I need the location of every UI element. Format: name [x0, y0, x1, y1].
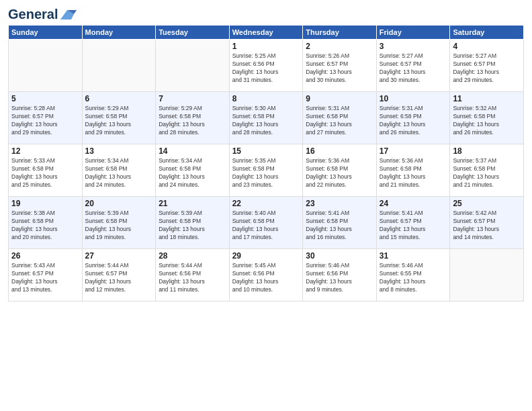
day-info: Sunrise: 5:33 AM Sunset: 6:58 PM Dayligh…: [11, 157, 79, 189]
calendar-cell: 19Sunrise: 5:38 AM Sunset: 6:58 PM Dayli…: [9, 197, 83, 249]
calendar-week-row: 26Sunrise: 5:43 AM Sunset: 6:57 PM Dayli…: [9, 249, 524, 302]
logo-icon: [58, 7, 77, 22]
page-container: General SundayMondayTuesdayWednesdayThur…: [0, 0, 532, 411]
calendar-cell: 14Sunrise: 5:34 AM Sunset: 6:58 PM Dayli…: [156, 144, 230, 197]
day-info: Sunrise: 5:46 AM Sunset: 6:55 PM Dayligh…: [380, 262, 447, 294]
calendar-cell: 28Sunrise: 5:44 AM Sunset: 6:56 PM Dayli…: [156, 249, 230, 302]
calendar-cell: 25Sunrise: 5:42 AM Sunset: 6:57 PM Dayli…: [450, 197, 524, 249]
day-number: 1: [232, 42, 300, 51]
calendar-cell: 27Sunrise: 5:44 AM Sunset: 6:57 PM Dayli…: [82, 249, 156, 302]
day-info: Sunrise: 5:34 AM Sunset: 6:58 PM Dayligh…: [85, 157, 153, 189]
day-info: Sunrise: 5:27 AM Sunset: 6:57 PM Dayligh…: [380, 52, 447, 85]
day-number: 10: [380, 94, 447, 103]
day-info: Sunrise: 5:32 AM Sunset: 6:58 PM Dayligh…: [453, 105, 521, 137]
day-info: Sunrise: 5:31 AM Sunset: 6:58 PM Dayligh…: [380, 105, 447, 137]
calendar-cell: 5Sunrise: 5:28 AM Sunset: 6:57 PM Daylig…: [9, 92, 83, 144]
calendar-cell: 21Sunrise: 5:39 AM Sunset: 6:58 PM Dayli…: [156, 197, 230, 249]
day-number: 21: [159, 199, 226, 208]
day-info: Sunrise: 5:45 AM Sunset: 6:56 PM Dayligh…: [232, 262, 300, 294]
day-number: 2: [306, 42, 373, 51]
day-number: 27: [85, 251, 153, 261]
calendar-cell: 23Sunrise: 5:41 AM Sunset: 6:58 PM Dayli…: [303, 197, 377, 249]
day-number: 16: [306, 146, 373, 156]
day-info: Sunrise: 5:36 AM Sunset: 6:58 PM Dayligh…: [380, 157, 447, 189]
day-info: Sunrise: 5:37 AM Sunset: 6:58 PM Dayligh…: [453, 157, 521, 189]
day-info: Sunrise: 5:29 AM Sunset: 6:58 PM Dayligh…: [159, 105, 226, 137]
day-number: 30: [306, 251, 373, 261]
calendar-header-row: SundayMondayTuesdayWednesdayThursdayFrid…: [9, 26, 524, 40]
calendar-cell: 3Sunrise: 5:27 AM Sunset: 6:57 PM Daylig…: [376, 40, 450, 92]
day-info: Sunrise: 5:39 AM Sunset: 6:58 PM Dayligh…: [85, 210, 153, 242]
weekday-header: Monday: [82, 26, 156, 40]
day-info: Sunrise: 5:27 AM Sunset: 6:57 PM Dayligh…: [453, 52, 521, 85]
day-number: 31: [380, 251, 447, 261]
day-number: 28: [159, 251, 226, 261]
day-info: Sunrise: 5:26 AM Sunset: 6:57 PM Dayligh…: [306, 52, 373, 85]
calendar-week-row: 1Sunrise: 5:25 AM Sunset: 6:56 PM Daylig…: [9, 40, 524, 92]
day-number: 8: [232, 94, 300, 103]
day-info: Sunrise: 5:44 AM Sunset: 6:56 PM Dayligh…: [159, 262, 226, 294]
day-number: 15: [232, 146, 300, 156]
day-number: 14: [159, 146, 226, 156]
day-number: 26: [11, 251, 79, 261]
calendar-cell: 29Sunrise: 5:45 AM Sunset: 6:56 PM Dayli…: [229, 249, 303, 302]
day-number: 9: [306, 94, 373, 103]
calendar-cell: [82, 40, 156, 92]
calendar-cell: 20Sunrise: 5:39 AM Sunset: 6:58 PM Dayli…: [82, 197, 156, 249]
calendar-cell: 31Sunrise: 5:46 AM Sunset: 6:55 PM Dayli…: [376, 249, 450, 302]
calendar-cell: 11Sunrise: 5:32 AM Sunset: 6:58 PM Dayli…: [450, 92, 524, 144]
calendar-cell: 6Sunrise: 5:29 AM Sunset: 6:58 PM Daylig…: [82, 92, 156, 144]
calendar-week-row: 5Sunrise: 5:28 AM Sunset: 6:57 PM Daylig…: [9, 92, 524, 144]
logo-general: General: [8, 7, 58, 22]
day-info: Sunrise: 5:44 AM Sunset: 6:57 PM Dayligh…: [85, 262, 153, 294]
weekday-header: Sunday: [9, 26, 83, 40]
day-number: 4: [453, 42, 521, 51]
calendar-cell: 22Sunrise: 5:40 AM Sunset: 6:58 PM Dayli…: [229, 197, 303, 249]
calendar-cell: 15Sunrise: 5:35 AM Sunset: 6:58 PM Dayli…: [229, 144, 303, 197]
weekday-header: Tuesday: [156, 26, 230, 40]
day-number: 18: [453, 146, 521, 156]
header: General: [8, 7, 524, 19]
day-number: 20: [85, 199, 153, 208]
day-number: 6: [85, 94, 153, 103]
calendar-cell: 7Sunrise: 5:29 AM Sunset: 6:58 PM Daylig…: [156, 92, 230, 144]
day-info: Sunrise: 5:35 AM Sunset: 6:58 PM Dayligh…: [232, 157, 300, 189]
calendar-cell: [9, 40, 83, 92]
calendar-cell: 30Sunrise: 5:46 AM Sunset: 6:56 PM Dayli…: [303, 249, 377, 302]
calendar-cell: 10Sunrise: 5:31 AM Sunset: 6:58 PM Dayli…: [376, 92, 450, 144]
calendar-week-row: 12Sunrise: 5:33 AM Sunset: 6:58 PM Dayli…: [9, 144, 524, 197]
day-number: 7: [159, 94, 226, 103]
calendar-cell: 18Sunrise: 5:37 AM Sunset: 6:58 PM Dayli…: [450, 144, 524, 197]
calendar-cell: 24Sunrise: 5:41 AM Sunset: 6:57 PM Dayli…: [376, 197, 450, 249]
day-info: Sunrise: 5:30 AM Sunset: 6:58 PM Dayligh…: [232, 105, 300, 137]
calendar-cell: 1Sunrise: 5:25 AM Sunset: 6:56 PM Daylig…: [229, 40, 303, 92]
day-number: 24: [380, 199, 447, 208]
day-number: 17: [380, 146, 447, 156]
calendar-cell: 2Sunrise: 5:26 AM Sunset: 6:57 PM Daylig…: [303, 40, 377, 92]
day-info: Sunrise: 5:31 AM Sunset: 6:58 PM Dayligh…: [306, 105, 373, 137]
day-number: 11: [453, 94, 521, 103]
calendar-cell: 26Sunrise: 5:43 AM Sunset: 6:57 PM Dayli…: [9, 249, 83, 302]
day-info: Sunrise: 5:39 AM Sunset: 6:58 PM Dayligh…: [159, 210, 226, 242]
calendar-table: SundayMondayTuesdayWednesdayThursdayFrid…: [8, 25, 524, 302]
day-number: 12: [11, 146, 79, 156]
day-info: Sunrise: 5:41 AM Sunset: 6:57 PM Dayligh…: [380, 210, 447, 242]
day-number: 23: [306, 199, 373, 208]
day-info: Sunrise: 5:43 AM Sunset: 6:57 PM Dayligh…: [11, 262, 79, 294]
calendar-cell: 9Sunrise: 5:31 AM Sunset: 6:58 PM Daylig…: [303, 92, 377, 144]
calendar-cell: 4Sunrise: 5:27 AM Sunset: 6:57 PM Daylig…: [450, 40, 524, 92]
logo: General: [8, 7, 77, 19]
calendar-cell: [156, 40, 230, 92]
calendar-cell: 16Sunrise: 5:36 AM Sunset: 6:58 PM Dayli…: [303, 144, 377, 197]
day-number: 3: [380, 42, 447, 51]
calendar-cell: 17Sunrise: 5:36 AM Sunset: 6:58 PM Dayli…: [376, 144, 450, 197]
day-info: Sunrise: 5:29 AM Sunset: 6:58 PM Dayligh…: [85, 105, 153, 137]
calendar-cell: 12Sunrise: 5:33 AM Sunset: 6:58 PM Dayli…: [9, 144, 83, 197]
calendar-week-row: 19Sunrise: 5:38 AM Sunset: 6:58 PM Dayli…: [9, 197, 524, 249]
day-number: 22: [232, 199, 300, 208]
day-info: Sunrise: 5:41 AM Sunset: 6:58 PM Dayligh…: [306, 210, 373, 242]
day-info: Sunrise: 5:40 AM Sunset: 6:58 PM Dayligh…: [232, 210, 300, 242]
day-info: Sunrise: 5:46 AM Sunset: 6:56 PM Dayligh…: [306, 262, 373, 294]
weekday-header: Thursday: [303, 26, 377, 40]
weekday-header: Friday: [376, 26, 450, 40]
